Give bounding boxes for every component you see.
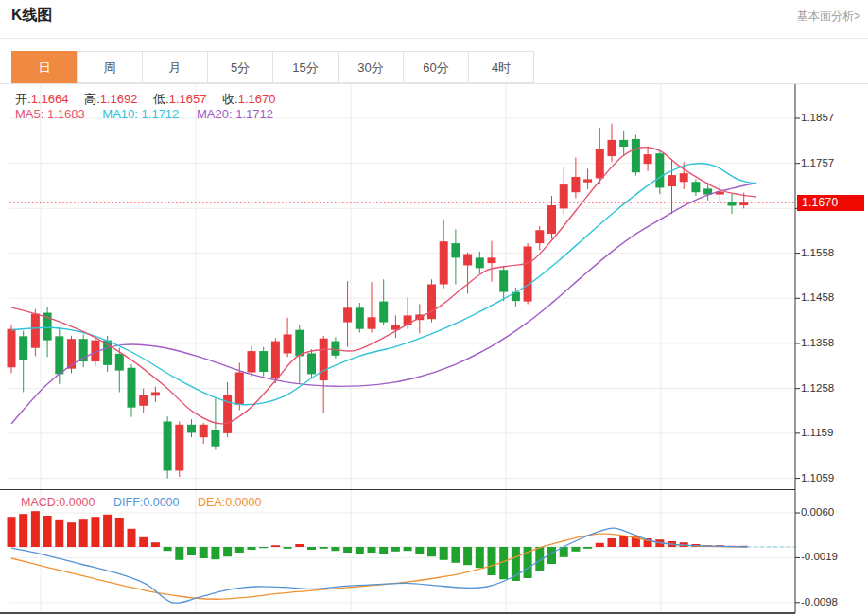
candle: [271, 342, 280, 379]
macd-bar: [295, 544, 304, 547]
ma5-readout: MA5: 1.1683: [15, 107, 85, 121]
tab-60分[interactable]: 60分: [403, 51, 469, 83]
page-title: K线图: [11, 6, 53, 26]
macd-readout: MACD:0.0000 DIFF:0.0000 DEA:0.0000: [21, 496, 276, 509]
candle: [619, 140, 628, 147]
candle: [31, 313, 40, 347]
candle: [295, 330, 304, 357]
macd-bar: [128, 529, 136, 547]
macd-bar: [103, 515, 112, 547]
macd-bar: [368, 547, 376, 553]
tab-15分[interactable]: 15分: [272, 51, 339, 83]
tab-月[interactable]: 月: [142, 51, 208, 83]
tab-30分[interactable]: 30分: [338, 51, 404, 83]
macd-bar: [248, 547, 256, 550]
candle: [560, 184, 568, 208]
macd-bar: [151, 542, 160, 547]
macd-bar: [271, 545, 280, 547]
candle: [632, 139, 640, 172]
candle: [320, 339, 328, 380]
macd-bar: [55, 520, 63, 547]
tab-周[interactable]: 周: [77, 51, 143, 83]
macd-bar: [476, 547, 484, 568]
macd-bar: [463, 547, 472, 565]
candle: [343, 308, 352, 322]
macd-bar: [488, 547, 496, 575]
macd-bar: [187, 547, 196, 555]
y-axis-label: 1.1458: [801, 291, 834, 303]
macd-axis-label: -0.0098: [801, 596, 838, 607]
macd-bar: [91, 517, 99, 547]
macd-bar: [404, 547, 412, 551]
tab-5分[interactable]: 5分: [207, 51, 273, 83]
candle: [608, 140, 616, 156]
candle: [139, 395, 148, 406]
timeframe-tabbar: 日周月5分15分30分60分4时: [0, 51, 868, 84]
macd-axis-label: -0.0019: [801, 551, 838, 562]
candle: [259, 351, 268, 372]
close-readout: 收:1.1670: [222, 92, 275, 106]
y-axis-label: 1.1558: [801, 247, 834, 258]
candle: [67, 339, 76, 368]
candle: [151, 392, 160, 395]
candle: [691, 182, 700, 192]
macd-bar: [19, 514, 27, 547]
candle: [404, 315, 412, 325]
y-axis-label: 1.1258: [801, 382, 834, 394]
dea-value-readout: DEA:0.0000: [198, 496, 261, 509]
macd-bar: [67, 522, 76, 547]
candle: [307, 353, 316, 374]
candle: [200, 425, 208, 437]
macd-bar: [619, 536, 628, 547]
low-readout: 低:1.1657: [153, 92, 206, 106]
candle: [128, 368, 136, 408]
candle: [547, 205, 556, 234]
macd-bar: [200, 547, 208, 558]
candle: [488, 257, 496, 263]
candle: [164, 421, 172, 470]
candle: [211, 430, 219, 447]
macd-axis-label: 0.0060: [801, 506, 834, 518]
candle: [476, 257, 484, 268]
macd-bar: [583, 547, 592, 549]
candle: [644, 154, 652, 164]
fundamental-analysis-link[interactable]: 基本面分析>: [797, 9, 860, 25]
open-readout: 开:1.1664: [15, 92, 68, 106]
candle: [451, 243, 460, 257]
candle: [524, 246, 532, 301]
candle: [55, 336, 63, 374]
y-axis-label: 1.1358: [801, 337, 834, 348]
macd-bar: [379, 547, 388, 554]
candle: [680, 173, 688, 182]
candle: [655, 153, 664, 187]
candle: [739, 202, 748, 205]
candle: [596, 149, 604, 179]
header-divider: [0, 38, 868, 39]
macd-bar: [571, 547, 580, 552]
macd-bar: [331, 547, 339, 551]
ma-readout: MA5: 1.1683 MA10: 1.1712 MA20: 1.1712: [15, 107, 287, 121]
macd-bar: [356, 547, 364, 554]
candle: [331, 342, 339, 356]
macd-bar: [440, 547, 448, 560]
tab-4时[interactable]: 4时: [468, 51, 534, 83]
tab-日[interactable]: 日: [11, 51, 78, 83]
macd-bar: [343, 547, 352, 553]
macd-bar: [415, 547, 424, 554]
candle: [187, 425, 196, 433]
macd-bar: [139, 537, 148, 547]
macd-bar: [31, 511, 40, 547]
candle: [356, 308, 364, 328]
macd-bar: [223, 547, 232, 556]
y-axis-label: 1.1159: [801, 427, 833, 438]
macd-bar: [608, 538, 616, 547]
macd-bar: [391, 547, 400, 552]
candle: [248, 351, 256, 372]
candle: [175, 425, 183, 471]
candle: [379, 302, 388, 323]
candle: [115, 354, 124, 371]
macd-bar: [307, 547, 316, 550]
candle: [368, 317, 376, 328]
macd-bar: [284, 547, 292, 549]
macd-bar: [79, 519, 88, 547]
